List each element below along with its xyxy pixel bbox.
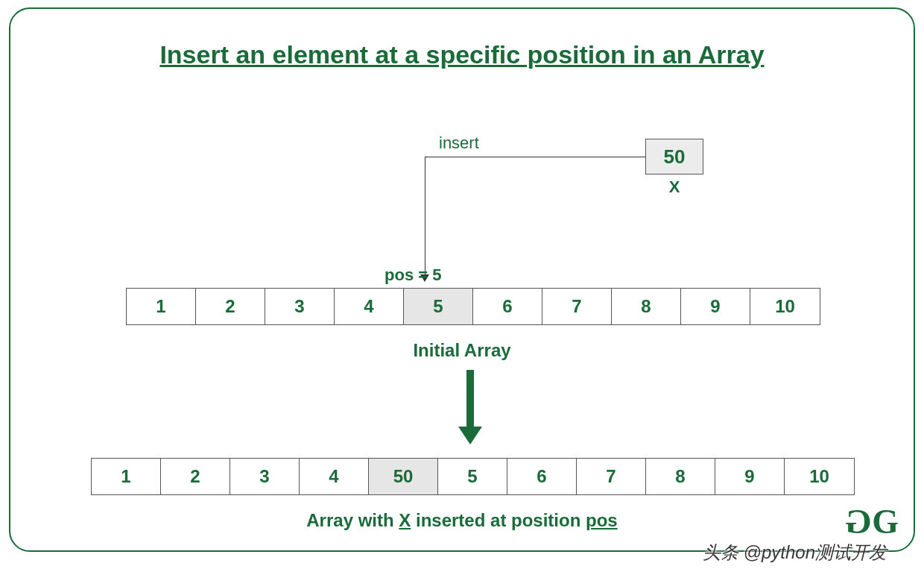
array-cell: 6 [473,289,542,324]
array-cell: 7 [577,459,646,494]
array-cell: 6 [507,459,577,494]
result-caption-mid: inserted at position [411,510,586,530]
result-caption-pos: pos [586,510,618,530]
array-cell: 10 [785,459,854,494]
array-cell: 3 [265,289,335,324]
position-label: pos = 5 [385,265,441,285]
array-cell: 9 [681,289,750,324]
array-cell: 1 [92,459,161,494]
diagram-frame: Insert an element at a specific position… [9,7,915,552]
transform-arrow-head [458,427,482,444]
array-cell: 8 [646,459,715,494]
array-cell: 10 [750,289,820,324]
transform-arrow-shaft [466,370,474,428]
array-cell: 4 [335,289,404,324]
array-cell: 4 [300,459,369,494]
result-array-caption: Array with X inserted at position pos [10,510,914,531]
array-cell: 1 [127,289,196,324]
insert-arrow-horizontal [425,157,645,157]
result-caption-x: X [399,510,411,530]
insert-arrow-vertical [425,157,425,279]
array-cell: 9 [715,459,785,494]
insert-label: insert [439,133,479,153]
array-cell: 50 [369,459,438,494]
array-cell: 7 [542,289,612,324]
watermark-text: 头条 @python测试开发 [703,541,887,565]
result-caption-pre: Array with [306,510,399,530]
result-array: 1234505678910 [91,458,855,495]
array-cell: 8 [612,289,681,324]
diagram-title: Insert an element at a specific position… [10,40,914,69]
initial-array: 12345678910 [126,288,820,325]
array-cell: 5 [438,459,507,494]
brand-logo: GG [849,502,894,541]
x-value-box: 50 [645,139,703,175]
x-label: X [645,177,703,197]
array-cell: 3 [230,459,300,494]
array-cell: 2 [161,459,230,494]
array-cell: 5 [404,289,473,324]
array-cell: 2 [196,289,265,324]
initial-array-caption: Initial Array [10,340,914,361]
